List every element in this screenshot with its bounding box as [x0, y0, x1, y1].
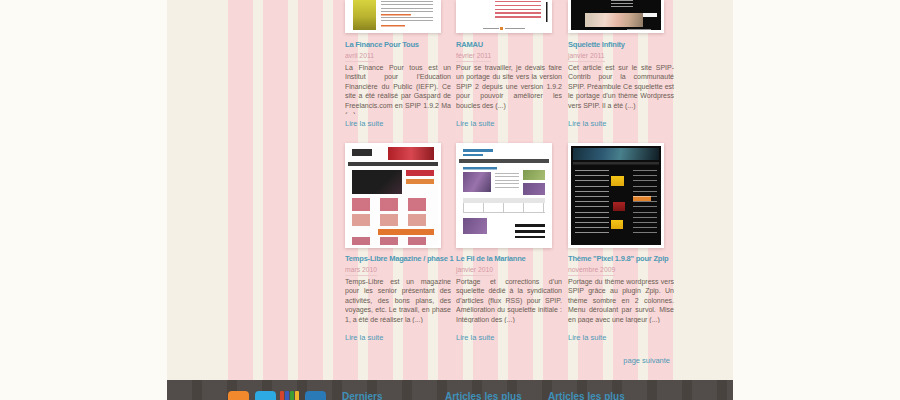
- thumbnail-theme-pixel-zpip[interactable]: [568, 143, 664, 248]
- article-card: Temps-Libre Magazine / phase 1 mars 2010…: [345, 143, 451, 348]
- article-date: avril 2011: [345, 52, 374, 62]
- twitter-icon[interactable]: [255, 391, 276, 400]
- next-page-link[interactable]: page suivante: [590, 356, 670, 365]
- article-title[interactable]: Le Fil de la Marianne: [456, 254, 562, 263]
- thumbnail-squelette-infinity[interactable]: [568, 0, 664, 33]
- article-excerpt: Portage et corrections d’un squelette dé…: [456, 277, 562, 323]
- read-more-link[interactable]: Lire la suite: [568, 333, 606, 342]
- article-card: RAMAU février 2011 Pour se travailler, j…: [456, 0, 562, 135]
- article-title[interactable]: Temps-Libre Magazine / phase 1: [345, 254, 451, 263]
- article-title[interactable]: Thème "Pixel 1.9.8" pour Zpip: [568, 254, 674, 263]
- footer-heading-articles-plus-1: Articles les plus: [445, 391, 522, 400]
- article-excerpt: Cet article est sur le site SPIP-Contrib…: [568, 63, 674, 114]
- article-excerpt: Temps-Libre est un magazine pour les sen…: [345, 277, 451, 323]
- thumbnail-la-finance-pour-tous[interactable]: [345, 0, 441, 33]
- article-date: février 2011: [456, 52, 491, 62]
- article-date: janvier 2011: [568, 52, 605, 62]
- article-title[interactable]: Squelette Infinity: [568, 40, 674, 49]
- read-more-link[interactable]: Lire la suite: [345, 119, 383, 128]
- footer: Derniers Articles les plus Articles les …: [167, 380, 733, 400]
- article-title[interactable]: La Finance Pour Tous: [345, 40, 451, 49]
- facebook-icon[interactable]: [305, 391, 326, 400]
- article-card: La Finance Pour Tous avril 2011 La Finan…: [345, 0, 451, 135]
- article-excerpt: La Finance Pour tous est un Institut pou…: [345, 63, 451, 114]
- footer-heading-articles-plus-2: Articles les plus: [548, 391, 625, 400]
- read-more-link[interactable]: Lire la suite: [345, 333, 383, 342]
- article-date: mars 2010: [345, 266, 377, 276]
- article-excerpt: Portage du thème wordpress vers SPIP grâ…: [568, 277, 674, 323]
- read-more-link[interactable]: Lire la suite: [456, 333, 494, 342]
- footer-heading-derniers: Derniers: [342, 391, 383, 400]
- article-date: novembre 2009: [568, 266, 615, 276]
- article-date: janvier 2010: [456, 266, 493, 276]
- thumbnail-ramau[interactable]: [456, 0, 552, 33]
- read-more-link[interactable]: Lire la suite: [568, 119, 606, 128]
- article-card: Thème "Pixel 1.9.8" pour Zpip novembre 2…: [568, 143, 674, 348]
- rss-icon[interactable]: [228, 391, 249, 400]
- google-icon[interactable]: [280, 391, 301, 400]
- thumbnail-temps-libre-magazine[interactable]: [345, 143, 441, 248]
- read-more-link[interactable]: Lire la suite: [456, 119, 494, 128]
- thumbnail-le-fil-de-la-marianne[interactable]: [456, 143, 552, 248]
- article-excerpt: Pour se travailler, je devais faire un p…: [456, 63, 562, 114]
- article-card: Le Fil de la Marianne janvier 2010 Porta…: [456, 143, 562, 348]
- article-title[interactable]: RAMAU: [456, 40, 562, 49]
- article-card: Squelette Infinity janvier 2011 Cet arti…: [568, 0, 674, 135]
